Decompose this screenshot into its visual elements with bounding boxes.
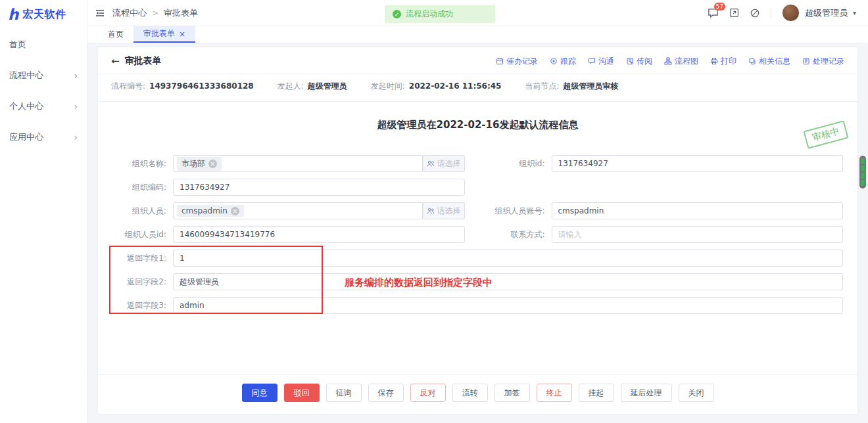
- sidebar-item-label: 应用中心: [9, 131, 43, 143]
- flow-diagram-button[interactable]: 流程图: [664, 56, 698, 67]
- floating-widget[interactable]: [859, 156, 866, 189]
- field-label: 组织编码:: [112, 182, 173, 193]
- circulate-button[interactable]: 传阅: [626, 56, 652, 67]
- close-icon[interactable]: ×: [179, 30, 185, 38]
- logo-icon: h: [8, 7, 18, 22]
- tab-label: 首页: [108, 29, 124, 40]
- vertical-divider: [771, 9, 771, 18]
- field-label: 组织人员账号:: [491, 206, 552, 217]
- form-row: 组织编码:: [112, 179, 843, 196]
- form-row: 返回字段1:: [112, 250, 843, 267]
- terminate-button[interactable]: 终止: [537, 384, 572, 402]
- sidebar-collapse-icon[interactable]: [95, 9, 105, 18]
- org-id-input[interactable]: [552, 155, 844, 172]
- contact-input[interactable]: [552, 226, 844, 243]
- field-label: 返回字段2:: [112, 277, 173, 288]
- close-button[interactable]: 关闭: [679, 384, 714, 402]
- related-info-button[interactable]: 相关信息: [748, 56, 790, 67]
- approval-card: ← 审批表单 催办记录 跟踪 沟通: [98, 47, 857, 414]
- selected-tag: cmspadmin ×: [177, 205, 244, 217]
- sidebar: h 宏天软件 首页 流程中心 › 个人中心 › 应用中心 ›: [0, 0, 87, 423]
- app-logo: h 宏天软件: [0, 0, 87, 29]
- print-button[interactable]: 打印: [710, 56, 736, 67]
- sidebar-item-home[interactable]: 首页: [0, 29, 87, 60]
- back-icon[interactable]: ←: [111, 55, 120, 67]
- fullscreen-icon[interactable]: [729, 8, 739, 18]
- consult-button[interactable]: 征询: [326, 384, 362, 402]
- communicate-button[interactable]: 沟通: [588, 56, 614, 67]
- field-org-name: 组织名称: 市场部 × 请选择: [112, 155, 465, 172]
- transfer-button[interactable]: 流转: [452, 384, 488, 402]
- check-circle-icon: ✓: [393, 10, 401, 18]
- tab-label: 审批表单: [143, 28, 175, 39]
- process-record-button[interactable]: 处理记录: [802, 56, 844, 67]
- save-button[interactable]: 保存: [368, 384, 404, 402]
- org-name-select-button[interactable]: 请选择: [423, 155, 465, 172]
- selected-tag: 市场部 ×: [177, 157, 222, 171]
- widget-segment: [861, 173, 865, 179]
- meta-item: 发起人:超级管理员: [277, 81, 347, 92]
- breadcrumb-separator: >: [152, 9, 158, 18]
- field-return-3: 返回字段3:: [112, 297, 843, 314]
- topbar-right: 57 超级管理员 ▾: [708, 4, 856, 22]
- field-label: 组织名称:: [112, 158, 173, 169]
- sidebar-item-app-center[interactable]: 应用中心 ›: [0, 122, 87, 152]
- breadcrumb-item[interactable]: 流程中心: [112, 7, 147, 19]
- page-title: 审批表单: [125, 55, 162, 67]
- action-toolbar: 催办记录 跟踪 沟通 传阅: [496, 56, 844, 67]
- return-field-2-input[interactable]: [173, 273, 843, 290]
- breadcrumb-item-current: 审批表单: [164, 7, 198, 19]
- footer-actions: 同意 驳回 征询 保存 反对 流转 加签 终止 挂起 延后处理 关闭: [98, 374, 857, 414]
- sidebar-item-process-center[interactable]: 流程中心 ›: [0, 60, 87, 91]
- track-button[interactable]: 跟踪: [550, 56, 576, 67]
- field-return-1: 返回字段1:: [112, 250, 843, 267]
- meta-item: 当前节点:超级管理员审核: [525, 81, 618, 92]
- disable-slash-icon[interactable]: [750, 8, 760, 18]
- oppose-button[interactable]: 反对: [410, 384, 446, 402]
- countersign-button[interactable]: 加签: [494, 384, 530, 402]
- widget-segment: [861, 180, 865, 186]
- chevron-right-icon: ›: [74, 101, 78, 112]
- reject-button[interactable]: 驳回: [284, 384, 320, 402]
- form-row: 组织名称: 市场部 × 请选择: [112, 155, 843, 172]
- tab-bar: 首页 审批表单 ×: [87, 26, 868, 43]
- org-code-input[interactable]: [173, 179, 465, 196]
- content: ← 审批表单 催办记录 跟踪 沟通: [87, 43, 868, 423]
- chevron-right-icon: ›: [74, 132, 78, 143]
- field-org-code: 组织编码:: [112, 179, 465, 196]
- remove-tag-icon[interactable]: ×: [231, 207, 239, 215]
- org-member-id-input[interactable]: [173, 226, 465, 243]
- org-name-input[interactable]: 市场部 ×: [173, 155, 423, 172]
- org-member-select-button[interactable]: 请选择: [423, 202, 465, 219]
- avatar: [782, 4, 800, 22]
- sidebar-item-personal-center[interactable]: 个人中心 ›: [0, 91, 87, 122]
- urge-record-button[interactable]: 催办记录: [496, 56, 538, 67]
- messages-icon[interactable]: 57: [708, 8, 719, 18]
- suspend-button[interactable]: 挂起: [579, 384, 614, 402]
- field-label: 组织人员:: [112, 206, 173, 217]
- main-area: 流程中心 > 审批表单 57: [87, 0, 868, 423]
- form-area: 超级管理员在2022-02-16发起默认流程信息 审核中 组织名称: 市场部 ×: [98, 102, 857, 374]
- toast-message: 流程启动成功: [406, 9, 453, 20]
- logo-text: 宏天软件: [22, 8, 66, 22]
- tab-approval-form[interactable]: 审批表单 ×: [133, 26, 195, 43]
- user-menu[interactable]: 超级管理员 ▾: [782, 4, 856, 22]
- form-row: 返回字段3:: [112, 297, 843, 314]
- form-col-empty: [491, 179, 844, 196]
- org-member-account-input[interactable]: [552, 202, 844, 219]
- message-count-badge: 57: [714, 3, 725, 11]
- postpone-button[interactable]: 延后处理: [621, 384, 672, 402]
- remove-tag-icon[interactable]: ×: [208, 160, 217, 168]
- success-toast: ✓ 流程启动成功: [385, 5, 495, 23]
- tab-home[interactable]: 首页: [98, 26, 133, 43]
- field-org-id: 组织id:: [491, 155, 844, 172]
- field-label: 返回字段1:: [112, 253, 173, 264]
- field-org-member-id: 组织人员id:: [112, 226, 465, 243]
- org-member-input[interactable]: cmspadmin ×: [173, 202, 423, 219]
- agree-button[interactable]: 同意: [242, 384, 277, 402]
- return-field-3-input[interactable]: [173, 297, 843, 314]
- app-root: h 宏天软件 首页 流程中心 › 个人中心 › 应用中心 ›: [0, 0, 868, 423]
- user-name: 超级管理员: [805, 7, 848, 19]
- return-field-1-input[interactable]: [173, 250, 843, 267]
- widget-segment: [861, 158, 865, 164]
